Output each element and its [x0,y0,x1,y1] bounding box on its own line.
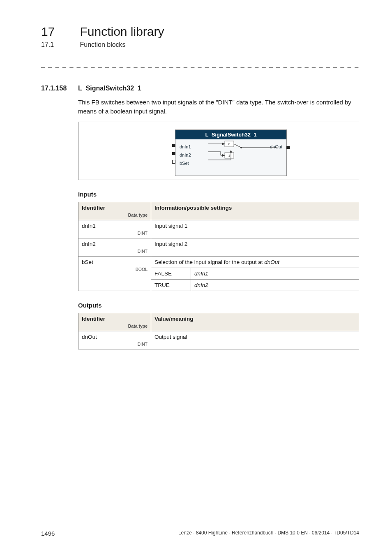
section-number: 17.1.158 [41,85,78,92]
col-info: Value/meaning [151,313,359,331]
outputs-table: Identifier Data type Value/meaning dnOut… [78,313,359,349]
port-stub-in2 [172,152,175,155]
fb-diagram-frame: L_SignalSwitch32_1 dnIn1 dnIn2 bSet dnOu… [78,122,359,180]
port-stub-out [286,146,290,149]
bset-true-label: TRUE [151,279,191,291]
header-row: 17 Function library [41,25,359,39]
switch-icon: 0 1 [208,140,278,165]
inputs-table: Identifier Data type Information/possibl… [78,202,359,291]
table-header-row: Identifier Data type Information/possibl… [78,202,359,220]
table-header-row: Identifier Data type Value/meaning [78,313,359,331]
input-dt: DINT [82,231,148,236]
input-id: dnIn1 [82,223,96,229]
page-number: 1496 [41,530,55,537]
output-info: Output signal [151,331,359,349]
section-description: This FB switches between two input signa… [78,98,359,116]
svg-marker-3 [222,143,225,145]
output-dt: DINT [82,342,148,347]
col-identifier: Identifier [82,205,105,211]
section-title: L_SignalSwitch32_1 [78,85,141,92]
section-heading-row: 17.1.158 L_SignalSwitch32_1 [41,85,359,92]
svg-marker-10 [230,150,232,153]
port-stub-bset [172,160,175,164]
inputs-heading: Inputs [78,191,359,198]
col-datatype: Data type [82,213,148,217]
bset-true-value: dnIn2 [194,282,208,288]
switch-label-1: 1 [228,154,231,157]
input-info: Input signal 2 [151,238,359,256]
output-id: dnOut [82,334,97,340]
port-label-bset: bSet [180,160,189,167]
chapter-number: 17 [41,25,78,39]
switch-label-0: 0 [228,142,231,146]
bset-info-prefix: Selection of the input signal for the ou… [154,259,264,265]
table-row: dnIn1 DINT Input signal 1 [78,220,359,238]
input-id: bSet [82,259,93,265]
bset-info-italic: dnOut [264,259,279,265]
col-identifier: Identifier [82,316,105,322]
subheader-row: 17.1 Function blocks [41,41,359,49]
subsection-title: Function blocks [80,41,125,49]
input-dt: BOOL [82,267,148,272]
col-datatype: Data type [82,324,148,328]
port-label-in2: dnIn2 [180,151,191,159]
page-footer: 1496 Lenze · 8400 HighLine · Referenzhan… [41,530,359,537]
input-id: dnIn2 [82,241,96,247]
input-info: Input signal 1 [151,220,359,238]
chapter-title: Function library [80,25,164,39]
fb-box: L_SignalSwitch32_1 dnIn1 dnIn2 bSet dnOu… [175,130,287,176]
footer-info: Lenze · 8400 HighLine · Referenzhandbuch… [178,530,359,537]
input-dt: DINT [82,249,148,254]
table-row: dnOut DINT Output signal [78,331,359,349]
port-stub-in1 [172,144,175,147]
col-info: Information/possible settings [151,202,359,220]
svg-marker-7 [222,154,225,157]
subsection-number: 17.1 [41,41,78,49]
outputs-heading: Outputs [78,302,359,309]
bset-false-value: dnIn1 [194,271,208,277]
fb-title: L_SignalSwitch32_1 [175,130,286,139]
table-row: dnIn2 DINT Input signal 2 [78,238,359,256]
bset-false-label: FALSE [151,268,191,279]
svg-line-11 [234,144,241,148]
separator-dashes: _ _ _ _ _ _ _ _ _ _ _ _ _ _ _ _ _ _ _ _ … [41,61,359,68]
port-label-in1: dnIn1 [180,143,191,150]
table-row: bSet BOOL Selection of the input signal … [78,256,359,268]
